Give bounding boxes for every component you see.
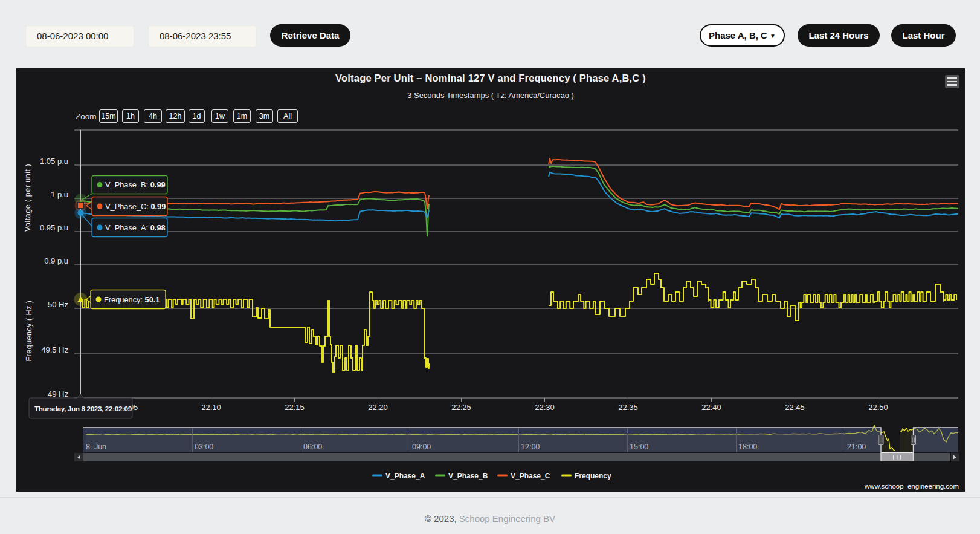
svg-text:V_Phase_B: V_Phase_B [448,472,488,480]
svg-text:1.05 p.u: 1.05 p.u [40,157,68,166]
svg-text:1 p.u: 1 p.u [51,190,68,199]
svg-text:22:25: 22:25 [451,403,471,412]
svg-text:09:00: 09:00 [412,443,431,451]
svg-text:22:10: 22:10 [201,403,221,412]
svg-text:15:00: 15:00 [630,443,648,451]
svg-text:V_Phase_C: 0.99: V_Phase_C: 0.99 [105,202,166,211]
svg-text:22:20: 22:20 [368,403,388,412]
svg-text:18:00: 18:00 [738,443,757,451]
svg-text:22:40: 22:40 [701,403,721,412]
svg-text:Frequency: Frequency [575,472,611,480]
svg-text:21:00: 21:00 [847,443,866,451]
svg-text:06:00: 06:00 [303,443,322,451]
svg-text:03:00: 03:00 [195,443,213,451]
svg-text:22:50: 22:50 [868,403,888,412]
svg-text:22:30: 22:30 [535,403,555,412]
svg-text:22:45: 22:45 [785,403,805,412]
svg-text:Frequency ( Hz ): Frequency ( Hz ) [25,300,33,361]
svg-text:22:15: 22:15 [285,403,305,412]
svg-text:49.5 Hz: 49.5 Hz [41,345,68,354]
svg-text:50 Hz: 50 Hz [48,300,68,309]
svg-text:0.9 p.u: 0.9 p.u [44,256,68,265]
svg-text:49 Hz: 49 Hz [48,389,68,399]
svg-text:V_Phase_B: 0.99: V_Phase_B: 0.99 [105,180,166,189]
svg-text:22:35: 22:35 [618,403,638,412]
svg-text:Thursday, Jun 8 2023, 22:02:09: Thursday, Jun 8 2023, 22:02:09 [34,405,132,413]
svg-text:V_Phase_A: 0.98: V_Phase_A: 0.98 [105,223,166,232]
svg-text:www.schoop–engineering.com: www.schoop–engineering.com [864,483,959,490]
svg-text:Frequency: 50.1: Frequency: 50.1 [104,295,160,304]
svg-text:0.95 p.u: 0.95 p.u [40,223,68,232]
svg-text:12:00: 12:00 [521,443,540,451]
svg-text:V_Phase_C: V_Phase_C [511,472,550,480]
svg-text:8. Jun: 8. Jun [86,443,106,451]
svg-text:Voltage ( per unit ): Voltage ( per unit ) [24,164,32,232]
svg-text:V_Phase_A: V_Phase_A [385,472,425,480]
